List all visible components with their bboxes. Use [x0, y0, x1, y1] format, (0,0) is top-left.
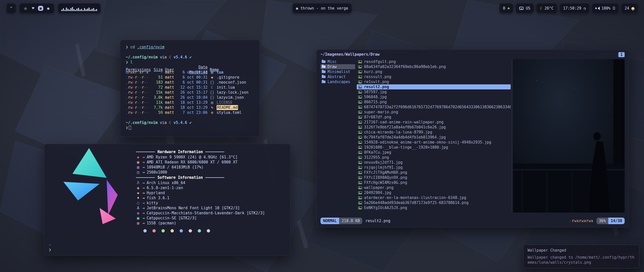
file-item[interactable]: FXfcJlTXgAMvH6R.png — [357, 170, 511, 175]
scroll-percent-badge: 36% — [596, 218, 608, 224]
file-item[interactable]: 3122955.png — [357, 155, 511, 160]
clock-module[interactable]: 17:50:29 ◷ — [560, 3, 589, 13]
file-name: result2.png — [364, 84, 389, 89]
file-item[interactable]: 08a634fa02a32364f69ebc86a98eb1eb.png — [357, 64, 511, 69]
file-item[interactable]: chica-mirando-la-luna-8799.jpg — [357, 130, 511, 135]
tab-indicator[interactable]: 1 — [618, 52, 625, 57]
file-item[interactable]: re1sult.png — [357, 79, 511, 84]
file-item[interactable]: resssult.png — [357, 74, 511, 79]
info-line-icon: Λ — [136, 180, 140, 185]
workspace-button[interactable]: ▣ — [38, 6, 43, 11]
listing-row: .rw-r--r-- 59 matt 7 oct 23:06 ⚙ stylua.… — [126, 110, 254, 115]
image-file-icon — [358, 101, 362, 104]
file-name: rsjqojlmjhf91.jpg — [364, 165, 403, 170]
now-playing-module[interactable]: ◉ thrown - on the verge — [292, 3, 352, 13]
file-owner: matt — [165, 105, 176, 110]
notifications-module[interactable]: 24 — [621, 3, 638, 13]
notification-body: Wallpaper changed to /home/matt/.config/… — [528, 255, 635, 265]
file-item[interactable]: 866715.png — [357, 99, 511, 105]
info-line: ◫ 644x272 — [136, 170, 284, 175]
directory-item[interactable]: Draw — [320, 64, 355, 69]
palette-dot — [207, 229, 210, 232]
filesize-badge: 218.8 KB — [339, 218, 362, 224]
prompt-path-line: ~/.config/nvim via ☾ v5.4.6 ✔ — [126, 55, 254, 60]
visualizer-bar — [92, 9, 93, 11]
selected-filename: result2.png — [365, 219, 390, 223]
info-line-icon: ✿ — [136, 211, 140, 216]
image-file-icon — [358, 81, 362, 83]
clock-time: 17:50:29 — [563, 6, 581, 11]
file-item[interactable]: nnvuv0xj2df71.jpg — [357, 160, 511, 165]
info-line-text: 6.5.8-zen1-1-zen — [147, 185, 183, 190]
keyboard-layout-label: US — [526, 6, 530, 11]
image-file-icon — [358, 76, 362, 78]
info-line: A JetBrainsMono Nerd Font Light 10 [GTK2… — [136, 206, 284, 211]
volume-module[interactable]: 100% Ω — [592, 3, 619, 13]
file-item[interactable]: result2.png — [357, 84, 511, 89]
file-type-icon: {} — [210, 95, 214, 100]
file-item[interactable]: ressdfgult.png — [357, 59, 511, 64]
visualizer-bar — [95, 10, 96, 11]
file-item[interactable]: wallpaper.png — [357, 185, 511, 190]
launcher-button[interactable]: ^ — [7, 3, 16, 13]
workspace-button[interactable]: ● — [46, 6, 51, 11]
file-item[interactable]: 217167-sad-anime-rain-wallpaper.png — [357, 120, 511, 125]
weather-module[interactable]: ☾ 26°C — [536, 3, 557, 13]
file-item[interactable]: 87r687df.png — [357, 115, 511, 120]
directory-name: Draw — [328, 64, 337, 69]
file-name: FXfcII0X0AQyn9X.png — [364, 175, 407, 180]
info-line-icon: A — [136, 206, 140, 211]
keyboard-layout-module[interactable]: US — [516, 3, 534, 13]
file-name: resssult.png — [364, 74, 391, 79]
color-palette — [143, 229, 284, 232]
arrow-icon — [142, 206, 145, 211]
visualizer-bar — [84, 8, 85, 11]
directory-item[interactable]: Landscapes — [320, 79, 355, 84]
image-file-icon — [358, 60, 362, 63]
palette-dot — [198, 229, 201, 232]
file-name: ressdfgult.png — [364, 59, 396, 64]
file-item[interactable]: kurz.png — [357, 69, 511, 74]
directory-item[interactable]: Misc — [320, 59, 355, 64]
prompt-symbol: ❯ — [49, 248, 51, 252]
info-line-text: Catppuccin-SE [GTK2/3] — [147, 216, 197, 221]
directory-item[interactable]: Minimalist — [320, 69, 355, 74]
file-item[interactable]: 5a266e448add93deab367d87173e9f25-6837886… — [357, 200, 511, 205]
file-item[interactable]: 587597.jpg — [357, 89, 511, 94]
info-line: ◈ Hyprland — [136, 190, 284, 195]
directory-item[interactable]: Abstract — [320, 74, 355, 79]
file-owner: matt — [165, 110, 176, 115]
terminal-input-line[interactable]: ❯ — [126, 125, 254, 130]
file-item[interactable]: 8FKa7Cu.jpeg — [357, 150, 511, 155]
file-item[interactable]: 154928-odinokoe_anime-art-anime-okno-sin… — [357, 140, 511, 145]
file-item[interactable]: rsjqojlmjhf91.jpg — [357, 165, 511, 170]
workspace-button[interactable]: ◎ — [23, 6, 28, 11]
folder-icon — [322, 71, 326, 73]
file-manager-window[interactable]: ~/Imagenes/Wallpapers/Draw 1 Misc Draw M… — [316, 49, 629, 227]
file-item[interactable]: atardecer-en-la-montanas-ilustracion-634… — [357, 195, 511, 200]
file-item[interactable]: FXfcHgcWIAMzs0G.png — [357, 180, 511, 185]
file-item[interactable]: 0c794faf07de24a4db4d4fb1eb813964.jpg — [357, 135, 511, 140]
file-item[interactable]: 3126f7e9bbf21a8a4af0b67b041c6e26.jpg — [357, 125, 511, 130]
fetch-terminal-prompt[interactable]: ~ ❯ — [49, 242, 51, 252]
file-item[interactable]: 68747470733a2f2f696d616765732d7769786d70… — [357, 105, 511, 110]
visualizer-bar — [75, 10, 76, 11]
file-item[interactable]: FXfcII0X0AQyn9X.png — [357, 175, 511, 180]
notification-popup[interactable]: Wallpaper Changed Wallpaper changed to /… — [523, 245, 639, 268]
file-item[interactable]: 596848.jpg — [357, 94, 511, 99]
file-item[interactable]: super-mario.png — [357, 110, 511, 115]
file-name: chica-mirando-la-luna-8799.jpg — [364, 130, 432, 135]
lua-moon-icon: ☾ — [169, 55, 171, 59]
file-name: FXfcJlTXgAMvH6R.png — [364, 170, 407, 175]
file-item[interactable]: EeNKYgIUcAAJ5JX.png — [357, 205, 511, 210]
hardware-section-title: Hardware Information — [157, 150, 203, 154]
fastfetch-window[interactable]: Hardware Information ◈ AMD Ryzen 9 5900X… — [44, 144, 291, 256]
terminal-window[interactable]: ❯ cd .config/nvim ~/.config/nvim via ☾ v… — [120, 40, 260, 137]
info-line-text: 644x272 — [147, 170, 167, 175]
updates-module[interactable]: 0 ☘ — [499, 3, 513, 13]
file-item[interactable]: 20492984.jpg — [357, 190, 511, 195]
terminal-command-line: ❯ cd .config/nvim — [126, 45, 254, 50]
file-item[interactable]: 19201080-__blue-tinge__-1920×1080.jpg — [357, 145, 511, 150]
clock-icon: ◷ — [584, 7, 586, 10]
workspace-button[interactable]: ♥ — [30, 6, 36, 11]
